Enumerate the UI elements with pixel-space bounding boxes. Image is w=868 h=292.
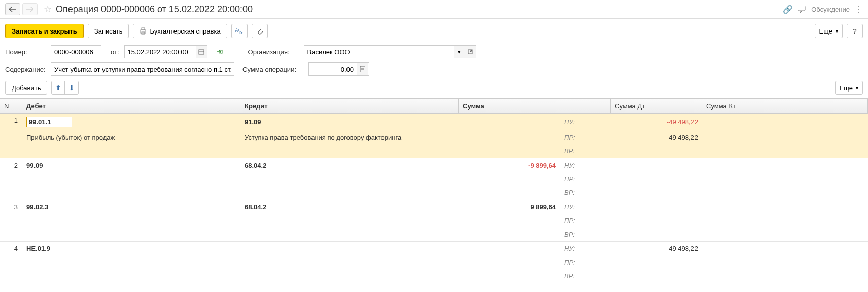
nu-sumkt[interactable] xyxy=(702,246,868,252)
discussion-icon[interactable] xyxy=(798,6,806,13)
credit-desc[interactable] xyxy=(240,176,459,182)
debit-code[interactable]: НЕ.01.9 xyxy=(22,242,240,255)
credit-code[interactable]: 68.04.2 xyxy=(240,200,459,214)
vr-sumdt[interactable] xyxy=(611,232,702,238)
calculator-icon xyxy=(360,66,365,72)
debit-code[interactable]: 99.01.1 xyxy=(22,114,240,131)
sumop-input[interactable] xyxy=(309,63,357,75)
col-debit-header[interactable]: Дебет xyxy=(22,99,240,113)
table-row[interactable]: 199.01.191.09НУ:-49 498,22Прибыль (убыто… xyxy=(0,114,868,158)
pr-sumdt[interactable] xyxy=(611,259,702,266)
svg-rect-0 xyxy=(798,6,805,11)
debit-code[interactable]: 99.09 xyxy=(22,158,240,172)
calendar-button[interactable] xyxy=(196,46,207,58)
accounting-ref-button[interactable]: Бухгалтерская справка xyxy=(133,24,227,38)
col-sumkt-header[interactable]: Сумма Кт xyxy=(702,99,868,113)
more-button-top[interactable]: Еще ▾ xyxy=(815,24,843,38)
credit-code[interactable]: 91.09 xyxy=(240,115,459,129)
vr-sumkt[interactable] xyxy=(702,273,868,279)
credit-code[interactable]: 68.04.2 xyxy=(240,158,459,172)
vr-sumkt[interactable] xyxy=(702,148,868,154)
pr-sumdt[interactable] xyxy=(611,218,702,224)
org-input[interactable] xyxy=(304,46,454,58)
sumop-input-wrap xyxy=(308,62,369,76)
grid-header: N Дебет Кредит Сумма Сумма Дт Сумма Кт xyxy=(0,99,868,114)
table-row[interactable]: 399.02.368.04.29 899,64НУ:ПР:ВР: xyxy=(0,200,868,242)
pr-sumkt[interactable] xyxy=(702,218,868,224)
vr-sumkt[interactable] xyxy=(702,232,868,238)
sum-value[interactable] xyxy=(459,246,560,252)
credit-desc[interactable]: Уступка права требования по договору фак… xyxy=(240,131,459,144)
nu-sumkt[interactable] xyxy=(702,204,868,210)
pr-sumkt[interactable] xyxy=(702,135,868,141)
pr-sumkt[interactable] xyxy=(702,176,868,182)
link-icon[interactable]: 🔗 xyxy=(783,5,793,14)
nu-sumdt[interactable] xyxy=(611,204,702,210)
content-input[interactable] xyxy=(51,62,234,76)
col-n-header[interactable]: N xyxy=(0,99,22,113)
pr-tag: ПР: xyxy=(560,255,611,269)
move-row-buttons: ⬆ ⬇ xyxy=(51,81,79,95)
col-credit-header[interactable]: Кредит xyxy=(240,99,459,113)
org-open-button[interactable] xyxy=(465,46,476,58)
apply-date-icon[interactable] xyxy=(216,48,223,55)
col-sum-header[interactable]: Сумма xyxy=(459,99,560,113)
arrow-right-icon xyxy=(26,7,33,12)
attach-button[interactable] xyxy=(252,24,268,38)
date-input[interactable] xyxy=(125,46,196,58)
move-up-button[interactable]: ⬆ xyxy=(52,81,65,94)
vr-sumkt[interactable] xyxy=(702,190,868,196)
discussion-label[interactable]: Обсуждение xyxy=(811,6,850,13)
favorite-icon[interactable]: ☆ xyxy=(44,4,52,15)
svg-rect-2 xyxy=(142,28,145,30)
more-menu-icon[interactable]: ⋮ xyxy=(855,5,863,14)
content-label: Содержание: xyxy=(5,66,46,73)
nu-sumdt[interactable] xyxy=(611,163,702,169)
add-row-button[interactable]: Добавить xyxy=(5,81,47,95)
debit-desc[interactable]: Прибыль (убыток) от продаж xyxy=(22,131,240,144)
pr-sumkt[interactable] xyxy=(702,259,868,266)
nu-sumdt[interactable]: 49 498,22 xyxy=(611,242,702,255)
more-button-table[interactable]: Еще ▾ xyxy=(835,81,863,95)
credit-desc[interactable] xyxy=(240,259,459,266)
calc-button[interactable] xyxy=(357,63,368,75)
debit-desc[interactable] xyxy=(22,176,240,182)
nu-tag: НУ: xyxy=(560,242,611,255)
table-row[interactable]: 4НЕ.01.9НУ:49 498,22ПР:ВР: xyxy=(0,242,868,283)
pr-sumdt[interactable]: 49 498,22 xyxy=(611,131,702,144)
entries-grid: N Дебет Кредит Сумма Сумма Дт Сумма Кт 1… xyxy=(0,98,868,283)
debit-desc[interactable] xyxy=(22,218,240,224)
move-down-button[interactable]: ⬇ xyxy=(65,81,78,94)
number-input[interactable] xyxy=(51,45,101,58)
vr-tag: ВР: xyxy=(560,228,611,241)
sum-value[interactable]: -9 899,64 xyxy=(459,158,560,172)
org-dropdown-button[interactable]: ▾ xyxy=(454,46,465,58)
table-row[interactable]: 299.0968.04.2-9 899,64НУ:ПР:ВР: xyxy=(0,158,868,200)
nu-sumdt[interactable]: -49 498,22 xyxy=(611,115,702,129)
debit-code[interactable]: 99.02.3 xyxy=(22,200,240,214)
credit-desc[interactable] xyxy=(240,218,459,224)
col-sumdt-header[interactable]: Сумма Дт xyxy=(611,99,702,113)
svg-rect-6 xyxy=(199,50,204,54)
dt-kt-button[interactable]: ДтКт xyxy=(231,24,248,38)
nav-back-button[interactable] xyxy=(5,3,20,15)
sum-blank xyxy=(459,218,560,224)
credit-code[interactable] xyxy=(240,246,459,252)
svg-text:Кт: Кт xyxy=(239,31,243,35)
nav-forward-button[interactable] xyxy=(22,3,38,15)
nu-sumkt[interactable] xyxy=(702,163,868,169)
vr-sumdt[interactable] xyxy=(611,148,702,154)
help-button[interactable]: ? xyxy=(847,24,863,38)
debit-desc[interactable] xyxy=(22,259,240,266)
pr-sumdt[interactable] xyxy=(611,176,702,182)
pr-tag: ПР: xyxy=(560,214,611,228)
save-close-button[interactable]: Записать и закрыть xyxy=(5,24,84,38)
sum-value[interactable] xyxy=(459,119,560,125)
nu-sumkt[interactable] xyxy=(702,119,868,125)
svg-rect-8 xyxy=(221,50,222,53)
page-title: Операция 0000-000006 от 15.02.2022 20:00… xyxy=(56,4,783,15)
sum-value[interactable]: 9 899,64 xyxy=(459,200,560,214)
save-button[interactable]: Записать xyxy=(88,24,129,38)
vr-sumdt[interactable] xyxy=(611,190,702,196)
vr-sumdt[interactable] xyxy=(611,273,702,279)
